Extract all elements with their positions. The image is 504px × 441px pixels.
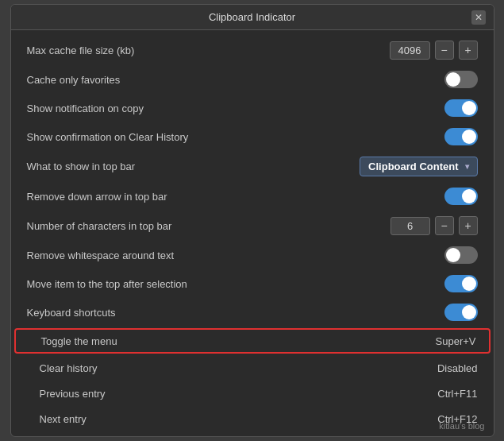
row-num-chars: Number of characters in top bar 6 − + <box>11 211 494 241</box>
ctrl-num-chars: 6 − + <box>391 216 478 235</box>
toggle-thumb-remove-whitespace <box>446 248 460 262</box>
toggle-keyboard-shortcuts[interactable] <box>444 304 478 321</box>
toggle-thumb-cache-favorites <box>446 72 460 87</box>
toggle-track-cache-favorites <box>444 71 478 88</box>
shortcut-value-toggle-menu: Super+V <box>436 335 476 347</box>
shortcut-label-toggle-menu: Toggle the menu <box>41 335 117 347</box>
close-button[interactable]: ✕ <box>471 10 486 25</box>
toggle-track-show-confirmation <box>444 128 478 145</box>
toggle-track-show-notification <box>444 99 478 117</box>
shortcut-row-toggle-menu[interactable]: Toggle the menu Super+V <box>14 328 491 354</box>
toggle-track-move-item <box>444 275 478 292</box>
row-remove-arrow: Remove down arrow in top bar <box>11 182 494 211</box>
label-move-item: Move item to the top after selection <box>27 278 187 290</box>
toggle-show-notification[interactable] <box>444 99 478 117</box>
dropdown-arrow-icon: ▾ <box>465 162 469 171</box>
settings-content: Max cache file size (kb) 4096 − + Cache … <box>11 30 494 436</box>
label-cache-favorites: Cache only favorites <box>27 74 121 86</box>
value-num-chars: 6 <box>391 217 430 235</box>
row-remove-whitespace: Remove whitespace around text <box>11 241 494 269</box>
dropdown-what-to-show[interactable]: Clipboard Content ▾ <box>360 157 477 176</box>
toggle-remove-whitespace[interactable] <box>444 246 478 264</box>
toggle-move-item[interactable] <box>444 275 478 292</box>
row-show-confirmation: Show confirmation on Clear History <box>11 122 494 151</box>
decrement-num-chars[interactable]: − <box>435 216 454 235</box>
increment-num-chars[interactable]: + <box>459 216 478 235</box>
toggle-remove-arrow[interactable] <box>444 188 478 205</box>
titlebar: Clipboard Indicator ✕ <box>11 5 494 30</box>
increment-max-cache[interactable]: + <box>459 41 478 60</box>
label-num-chars: Number of characters in top bar <box>27 220 172 232</box>
shortcut-value-previous-entry: Ctrl+F11 <box>437 388 477 400</box>
shortcut-label-next-entry: Next entry <box>40 413 87 425</box>
ctrl-max-cache: 4096 − + <box>390 41 478 60</box>
shortcut-row-previous-entry[interactable]: Previous entry Ctrl+F11 <box>11 381 494 406</box>
label-remove-whitespace: Remove whitespace around text <box>27 250 175 261</box>
window-title: Clipboard Indicator <box>209 11 295 23</box>
label-what-to-show: What to show in top bar <box>27 161 136 172</box>
shortcut-value-clear-history: Disabled <box>437 362 478 374</box>
row-cache-favorites: Cache only favorites <box>11 65 494 94</box>
toggle-thumb-keyboard-shortcuts <box>462 305 476 319</box>
row-move-item: Move item to the top after selection <box>11 269 494 298</box>
toggle-thumb-remove-arrow <box>462 189 476 203</box>
label-show-confirmation: Show confirmation on Clear History <box>27 131 189 143</box>
row-keyboard-shortcuts: Keyboard shortcuts <box>11 298 494 327</box>
row-show-notification: Show notification on copy <box>11 94 494 122</box>
toggle-show-confirmation[interactable] <box>444 128 478 145</box>
main-window: Clipboard Indicator ✕ Max cache file siz… <box>10 4 494 437</box>
label-keyboard-shortcuts: Keyboard shortcuts <box>27 307 116 319</box>
toggle-track-remove-whitespace <box>444 246 478 264</box>
value-max-cache: 4096 <box>390 41 430 60</box>
label-show-notification: Show notification on copy <box>27 103 144 114</box>
shortcut-label-previous-entry: Previous entry <box>40 388 106 400</box>
toggle-track-keyboard-shortcuts <box>444 304 478 321</box>
toggle-cache-favorites[interactable] <box>444 71 478 88</box>
label-max-cache: Max cache file size (kb) <box>27 44 135 56</box>
decrement-max-cache[interactable]: − <box>435 41 454 60</box>
label-remove-arrow: Remove down arrow in top bar <box>27 191 167 203</box>
row-what-to-show: What to show in top bar Clipboard Conten… <box>11 151 494 182</box>
toggle-track-remove-arrow <box>444 188 478 205</box>
toggle-thumb-show-confirmation <box>462 130 476 144</box>
toggle-thumb-move-item <box>462 277 476 291</box>
shortcut-row-clear-history[interactable]: Clear history Disabled <box>11 355 494 381</box>
shortcut-label-clear-history: Clear history <box>40 362 98 374</box>
row-max-cache: Max cache file size (kb) 4096 − + <box>11 35 494 65</box>
shortcut-row-next-entry[interactable]: Next entry Ctrl+F12 <box>11 406 494 431</box>
watermark: kitlau's blog <box>439 421 484 431</box>
toggle-thumb-show-notification <box>462 101 476 115</box>
dropdown-value: Clipboard Content <box>368 161 458 172</box>
